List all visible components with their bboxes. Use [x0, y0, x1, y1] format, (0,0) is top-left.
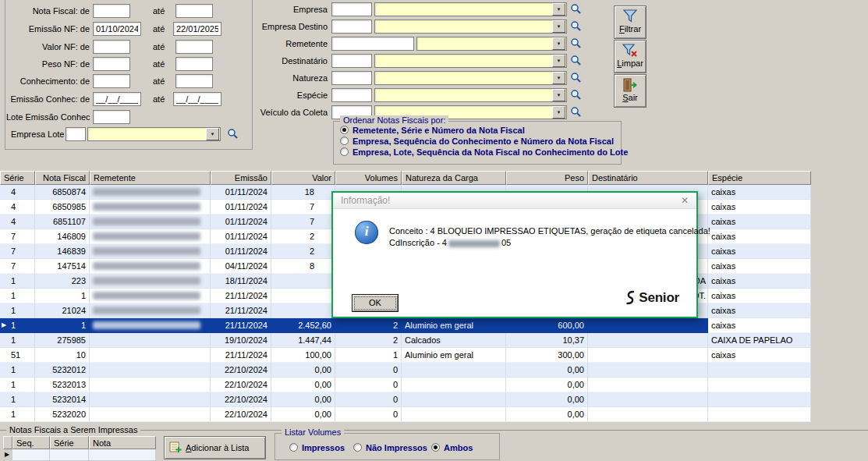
column-header-valor[interactable]: Valor	[271, 171, 335, 185]
emissao-nf-ate-input[interactable]	[173, 22, 221, 36]
chevron-down-icon[interactable]: ▼	[552, 72, 565, 84]
empresa-code-input[interactable]	[331, 2, 372, 16]
cell-peso: 0,00	[506, 378, 588, 392]
column-header-volumes[interactable]: Volumes	[335, 171, 402, 185]
empresa-destino-search-icon[interactable]	[570, 20, 583, 33]
dialog-title: Informação!	[341, 195, 390, 206]
sair-button[interactable]: Sair	[614, 74, 647, 108]
cell-especie: caixas	[708, 229, 811, 244]
radio-icon[interactable]	[340, 147, 349, 156]
cell-valor: 8	[271, 259, 335, 274]
adicionar-a-lista-button[interactable]: Adicionar à Lista	[164, 436, 266, 459]
radio-icon[interactable]	[431, 443, 440, 452]
listar-volumes-title: Listar Volumes	[282, 427, 344, 437]
chevron-down-icon[interactable]: ▼	[552, 55, 565, 67]
column-header-peso[interactable]: Peso	[506, 171, 588, 185]
natureza-combo[interactable]: ▼	[374, 71, 567, 85]
conhecimento-ate-input[interactable]	[175, 74, 213, 88]
natureza-code-input[interactable]	[331, 71, 372, 85]
row-pointer-icon	[5, 451, 9, 458]
cell-natureza	[402, 378, 506, 392]
radio-icon[interactable]	[289, 443, 298, 452]
chevron-down-icon[interactable]: ▼	[552, 37, 565, 50]
filtrar-button[interactable]: Filtrar	[614, 5, 647, 39]
radio-icon[interactable]	[340, 126, 349, 134]
mini-col-serie[interactable]: Série	[50, 436, 89, 449]
vol-option-nao-impressos[interactable]: Não Impressos	[353, 442, 427, 452]
conhecimento-de-input[interactable]	[93, 74, 130, 88]
remetente-search-icon[interactable]	[570, 37, 583, 50]
chevron-down-icon[interactable]: ▼	[206, 128, 219, 140]
chevron-down-icon[interactable]: ▼	[552, 106, 565, 119]
ok-button[interactable]: OK	[352, 294, 399, 312]
destinatario-combo[interactable]: ▼	[374, 54, 567, 68]
column-header-destinatario[interactable]: Destinatário	[588, 171, 708, 185]
table-row[interactable]: 511021/11/2024100,001Aluminio em geral30…	[0, 348, 811, 363]
veiculo-coleta-search-icon[interactable]	[570, 106, 583, 119]
remetente-code-input[interactable]	[331, 37, 414, 51]
emissao-nf-de-input[interactable]	[93, 22, 141, 36]
emissao-conhec-de-input[interactable]	[93, 92, 141, 106]
empresa-lote-search-icon[interactable]	[227, 128, 239, 140]
empresa-lote-combo[interactable]: ▼	[87, 127, 221, 141]
especie-code-input[interactable]	[331, 88, 372, 102]
chevron-down-icon[interactable]: ▼	[552, 3, 565, 16]
natureza-search-icon[interactable]	[570, 72, 583, 84]
cell-destinatario	[588, 348, 708, 363]
remetente-combo[interactable]: ▼	[416, 37, 567, 51]
especie-combo[interactable]: ▼	[374, 88, 567, 102]
mini-col-nota[interactable]: Nota	[89, 436, 156, 449]
table-row[interactable]: 1523201322/10/20240,0000,00	[0, 378, 811, 392]
empresa-destino-combo[interactable]: ▼	[374, 20, 567, 34]
table-row[interactable]: 1523201222/10/20240,0000,00	[0, 363, 811, 378]
cell-serie: 1	[0, 333, 35, 348]
empresa-search-icon[interactable]	[570, 3, 583, 16]
table-row[interactable]: 127598519/10/20241.447,442Calcados10,37C…	[0, 333, 811, 348]
column-header-emissao[interactable]: Emissão	[211, 171, 271, 185]
valor-nf-ate-input[interactable]	[175, 40, 213, 54]
column-header-natureza[interactable]: Natureza da Carga	[402, 171, 506, 185]
peso-nf-ate-input[interactable]	[175, 57, 213, 71]
add-to-list-icon	[169, 441, 182, 455]
empresa-combo[interactable]: ▼	[374, 2, 567, 16]
column-header-remetente[interactable]: Remetente	[90, 171, 211, 185]
lote-emissao-conhec-input[interactable]	[93, 110, 130, 124]
especie-search-icon[interactable]	[570, 89, 583, 101]
table-row[interactable]: 1121/11/20242.452,602Aluminio em geral60…	[0, 318, 811, 333]
radio-icon[interactable]	[353, 443, 362, 452]
cell-nota: 1	[35, 289, 90, 303]
vol-option-ambos[interactable]: Ambos	[431, 442, 473, 452]
nota-fiscal-ate-input[interactable]	[175, 4, 213, 18]
dialog-message-line2: CdInscrição - 405	[389, 237, 710, 249]
table-row[interactable]: 1523201422/10/20240,0000,00	[0, 392, 811, 407]
filter-clear-icon	[622, 43, 639, 59]
valor-nf-de-input[interactable]	[93, 40, 130, 54]
radio-icon[interactable]	[340, 137, 349, 145]
print-queue-row[interactable]	[3, 449, 156, 461]
destinatario-search-icon[interactable]	[570, 55, 583, 67]
table-row[interactable]: 1523202022/10/20240,0000,00	[0, 407, 811, 422]
order-option-remetente[interactable]: Remetente, Série e Número da Nota Fiscal	[340, 125, 525, 135]
cell-especie: caixas	[708, 289, 811, 303]
cell-emissao: 04/11/2024	[211, 259, 271, 274]
chevron-down-icon[interactable]: ▼	[552, 89, 565, 101]
chevron-down-icon[interactable]: ▼	[552, 20, 565, 33]
column-header-especie[interactable]: Espécie	[708, 171, 811, 185]
close-icon[interactable]: ✕	[681, 195, 689, 206]
column-header-serie[interactable]: Série	[0, 171, 35, 185]
empresa-destino-code-input[interactable]	[331, 20, 372, 34]
dialog-titlebar[interactable]: Informação! ✕	[333, 193, 696, 209]
emissao-conhec-ate-input[interactable]	[173, 92, 221, 106]
limpar-button[interactable]: Limpar	[614, 40, 647, 73]
mini-col-seq[interactable]: Seq.	[12, 436, 50, 449]
cell-natureza: Aluminio em geral	[402, 318, 506, 333]
vol-option-impressos[interactable]: Impressos	[289, 442, 345, 452]
nota-fiscal-de-input[interactable]	[93, 4, 130, 18]
peso-nf-de-input[interactable]	[93, 57, 130, 71]
order-option-lote[interactable]: Empresa, Lote, Sequência da Nota Fiscal …	[340, 147, 628, 157]
destinatario-code-input[interactable]	[331, 54, 372, 68]
order-option-conhecimento[interactable]: Empresa, Sequência do Conhecimento e Núm…	[340, 136, 614, 146]
empresa-lote-code-input[interactable]	[66, 127, 86, 141]
redacted-text	[93, 232, 200, 240]
column-header-nota[interactable]: Nota Fiscal	[35, 171, 90, 185]
